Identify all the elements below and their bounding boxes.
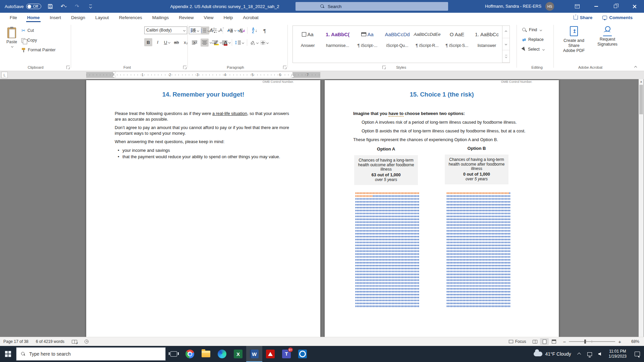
network-tray-button[interactable] [585,346,595,362]
option-b-box: Chances of having a long-term health out… [445,155,508,184]
style-iscript-qu[interactable]: AaBbCcDd iScript-Qu... [382,26,412,63]
share-button[interactable]: Share [570,14,596,21]
risk-grid-option-a [355,192,419,308]
tab-layout[interactable]: Layout [90,14,114,21]
style-harmonise[interactable]: 1. AaBbC( harmonise... [323,26,353,63]
styles-group-label: Styles [292,65,510,69]
account-name[interactable]: Hoffmann, Sandra - REE-ERS [485,4,541,9]
zoom-slider-thumb[interactable] [584,340,586,344]
zoom-in-button[interactable]: + [618,339,621,345]
paragraph: Imagine that you have to choose between … [353,111,531,117]
taskbar-search-input[interactable]: Type here to search [16,347,166,361]
paragraph: When answering the next questions, pleas… [115,139,292,145]
teams-taskbar-button[interactable]: T9+ [278,346,294,362]
print-layout-icon [543,340,546,344]
tab-review[interactable]: Review [174,14,199,21]
task-view-icon [170,351,177,357]
tab-file[interactable]: File [5,14,22,21]
scrollbar-thumb[interactable] [639,85,643,114]
redo-button[interactable]: ↷ [73,2,82,11]
start-button[interactable] [0,346,16,362]
page-17-left[interactable]: OMB Control Number. 14. Remember your bu… [86,80,320,337]
weather-widget[interactable]: 41°F Cloudy [530,351,574,357]
tab-view[interactable]: View [199,14,218,21]
select-button[interactable]: Select [522,45,544,54]
tab-references[interactable]: References [114,14,147,21]
search-input[interactable]: Search [296,2,448,11]
volume-tray-button[interactable] [595,346,605,362]
request-signatures-button[interactable]: RequestSignatures [591,26,624,47]
tab-mailings[interactable]: Mailings [147,14,174,21]
show-hidden-icons-button[interactable] [575,346,585,362]
chrome-taskbar-button[interactable] [182,346,198,362]
ribbon-display-options-button[interactable] [568,0,587,13]
find-button[interactable]: Find [522,25,544,34]
page-18-right[interactable]: OMB Control Number. 15. Choice 1 (the ri… [325,80,559,337]
minimize-button[interactable] [587,0,606,13]
style-iscript[interactable]: Aa ¶ iScript-... [353,26,382,63]
tab-design[interactable]: Design [66,14,90,21]
document-canvas[interactable]: OMB Control Number. 14. Remember your bu… [0,79,644,337]
word-taskbar-button[interactable]: W [246,346,262,362]
tab-selector[interactable]: L [1,72,8,78]
create-share-pdf-button[interactable]: Create and ShareAdobe PDF [558,26,590,53]
hanging-indent-marker[interactable] [112,75,116,77]
replace-icon: ⇄ [522,37,526,42]
document-title: Appendix 2. US Adult chronic survey_1_18… [154,0,295,13]
undo-button[interactable]: ↶ [59,2,68,11]
editing-group-label: Editing [520,65,554,69]
file-explorer-taskbar-button[interactable] [198,346,214,362]
restore-button[interactable] [606,0,625,13]
outlook-icon [298,350,307,358]
customize-qat-button[interactable] [86,2,95,11]
zoom-level[interactable]: 68% [626,339,639,344]
web-layout-button[interactable] [549,338,558,345]
clock[interactable]: 11:01 PM 1/19/2023 [605,349,631,359]
tab-acrobat[interactable]: Acrobat [238,14,264,21]
accessibility-checker-icon[interactable] [85,340,89,344]
zoom-out-button[interactable]: − [563,339,566,345]
acrobat-group-label: Adobe Acrobat [555,65,626,69]
windows-taskbar: Type here to search X W T9+ 41°F Cloudy … [0,346,644,362]
vertical-scrollbar[interactable]: ▲ [639,79,644,337]
style-answer[interactable]: Aa Answer [293,26,323,63]
ribbon-display-options-icon [575,4,580,8]
tab-home[interactable]: Home [22,14,45,21]
save-button[interactable] [46,2,55,11]
word-count[interactable]: 6 of 4219 words [36,339,64,344]
styles-dialog-launcher[interactable] [382,66,386,69]
styles-gallery-more-button[interactable] [502,50,509,63]
collapse-ribbon-button[interactable] [635,65,639,68]
zoom-slider[interactable] [569,341,615,342]
find-icon [522,28,527,32]
style-listanswer[interactable]: 1. AaBbCc listanswer [472,26,502,63]
proofing-errors-icon[interactable] [72,340,77,344]
comments-button[interactable]: Comments [599,14,636,21]
excel-taskbar-button[interactable]: X [230,346,246,362]
page-indicator[interactable]: Page 17 of 38 [3,339,29,344]
read-mode-button[interactable] [531,338,539,345]
focus-mode-button[interactable]: Focus [509,339,526,344]
chevron-up-icon [577,353,581,356]
tab-help[interactable]: Help [219,14,238,21]
task-view-button[interactable] [166,346,182,362]
checkbox-glyph [302,32,306,37]
style-iscript-r[interactable]: AaBbCcDdEe ¶ iScript-R... [412,26,442,63]
avatar[interactable]: HS [545,2,554,11]
edge-taskbar-button[interactable] [214,346,230,362]
first-line-indent-marker[interactable] [112,72,116,74]
replace-button[interactable]: ⇄Replace [522,35,544,44]
style-iscript-s[interactable]: O AaE ¶ iScript-S... [442,26,472,63]
styles-scroll-up-button[interactable] [502,26,509,38]
outlook-taskbar-button[interactable] [294,346,311,362]
print-layout-button[interactable] [540,338,549,345]
scroll-up-arrow[interactable]: ▲ [639,79,644,84]
ruler: L 1 2 3 4 5 6 7 [0,71,644,79]
styles-scroll-down-button[interactable] [502,38,509,51]
close-button[interactable] [625,0,644,13]
acrobat-taskbar-button[interactable] [262,346,278,362]
autosave-toggle[interactable]: AutoSave Off [5,4,41,9]
tab-insert[interactable]: Insert [45,14,66,21]
action-center-button[interactable] [631,346,644,362]
right-indent-marker[interactable] [291,75,294,77]
